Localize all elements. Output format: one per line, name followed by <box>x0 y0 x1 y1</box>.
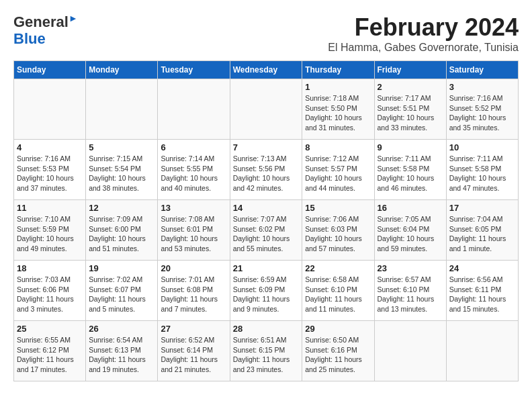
day-info: Sunrise: 7:07 AM Sunset: 6:02 PM Dayligh… <box>233 214 300 254</box>
day-info: Sunrise: 6:55 AM Sunset: 6:12 PM Dayligh… <box>17 335 83 375</box>
calendar-cell: 23Sunrise: 6:57 AM Sunset: 6:10 PM Dayli… <box>374 261 446 321</box>
col-header-friday: Friday <box>374 61 446 79</box>
location-title: El Hamma, Gabes Governorate, Tunisia <box>328 42 519 54</box>
day-number: 4 <box>17 142 83 152</box>
calendar-cell: 4Sunrise: 7:16 AM Sunset: 5:53 PM Daylig… <box>14 140 86 200</box>
calendar-cell <box>14 79 86 140</box>
day-number: 14 <box>233 203 300 213</box>
day-info: Sunrise: 7:18 AM Sunset: 5:50 PM Dayligh… <box>305 93 371 133</box>
title-area: February 2024 El Hamma, Gabes Governorat… <box>328 13 519 54</box>
calendar-cell: 14Sunrise: 7:07 AM Sunset: 6:02 PM Dayli… <box>230 200 302 261</box>
calendar-cell <box>230 79 302 140</box>
week-row-4: 18Sunrise: 7:03 AM Sunset: 6:06 PM Dayli… <box>14 261 519 321</box>
header: General► Blue February 2024 El Hamma, Ga… <box>13 13 519 54</box>
calendar-cell: 29Sunrise: 6:50 AM Sunset: 6:16 PM Dayli… <box>302 321 374 381</box>
day-info: Sunrise: 7:01 AM Sunset: 6:08 PM Dayligh… <box>161 275 226 314</box>
calendar-cell: 25Sunrise: 6:55 AM Sunset: 6:12 PM Dayli… <box>14 321 86 381</box>
calendar-cell: 15Sunrise: 7:06 AM Sunset: 6:03 PM Dayli… <box>302 200 374 261</box>
day-number: 6 <box>161 142 226 152</box>
day-info: Sunrise: 7:10 AM Sunset: 5:59 PM Dayligh… <box>17 214 83 254</box>
day-info: Sunrise: 7:08 AM Sunset: 6:01 PM Dayligh… <box>161 214 226 254</box>
day-info: Sunrise: 6:51 AM Sunset: 6:15 PM Dayligh… <box>233 335 300 375</box>
calendar-cell: 9Sunrise: 7:11 AM Sunset: 5:58 PM Daylig… <box>374 140 446 200</box>
day-number: 10 <box>449 142 515 152</box>
calendar-cell: 24Sunrise: 6:56 AM Sunset: 6:11 PM Dayli… <box>446 261 518 321</box>
calendar-cell: 27Sunrise: 6:52 AM Sunset: 6:14 PM Dayli… <box>158 321 230 381</box>
day-number: 18 <box>17 263 83 273</box>
day-info: Sunrise: 7:12 AM Sunset: 5:57 PM Dayligh… <box>305 154 371 193</box>
day-number: 20 <box>161 263 226 273</box>
day-number: 19 <box>89 263 154 273</box>
day-number: 15 <box>305 203 371 213</box>
calendar-cell: 8Sunrise: 7:12 AM Sunset: 5:57 PM Daylig… <box>302 140 374 200</box>
calendar-cell: 19Sunrise: 7:02 AM Sunset: 6:07 PM Dayli… <box>86 261 158 321</box>
calendar: SundayMondayTuesdayWednesdayThursdayFrid… <box>13 60 519 381</box>
day-info: Sunrise: 6:58 AM Sunset: 6:10 PM Dayligh… <box>305 275 371 314</box>
calendar-cell: 16Sunrise: 7:05 AM Sunset: 6:04 PM Dayli… <box>374 200 446 261</box>
day-number: 7 <box>233 142 300 152</box>
day-number: 23 <box>378 263 443 273</box>
day-number: 2 <box>378 82 443 92</box>
day-info: Sunrise: 6:50 AM Sunset: 6:16 PM Dayligh… <box>305 335 371 375</box>
calendar-cell: 18Sunrise: 7:03 AM Sunset: 6:06 PM Dayli… <box>14 261 86 321</box>
calendar-cell: 11Sunrise: 7:10 AM Sunset: 5:59 PM Dayli… <box>14 200 86 261</box>
col-header-thursday: Thursday <box>302 61 374 79</box>
calendar-cell: 12Sunrise: 7:09 AM Sunset: 6:00 PM Dayli… <box>86 200 158 261</box>
day-info: Sunrise: 6:56 AM Sunset: 6:11 PM Dayligh… <box>449 275 515 314</box>
week-row-5: 25Sunrise: 6:55 AM Sunset: 6:12 PM Dayli… <box>14 321 519 381</box>
day-info: Sunrise: 7:11 AM Sunset: 5:58 PM Dayligh… <box>378 154 443 193</box>
col-header-saturday: Saturday <box>446 61 518 79</box>
week-row-3: 11Sunrise: 7:10 AM Sunset: 5:59 PM Dayli… <box>14 200 519 261</box>
day-number: 26 <box>89 324 154 334</box>
calendar-cell: 20Sunrise: 7:01 AM Sunset: 6:08 PM Dayli… <box>158 261 230 321</box>
col-header-monday: Monday <box>86 61 158 79</box>
day-info: Sunrise: 7:06 AM Sunset: 6:03 PM Dayligh… <box>305 214 371 254</box>
calendar-cell: 2Sunrise: 7:17 AM Sunset: 5:51 PM Daylig… <box>374 79 446 140</box>
calendar-cell <box>158 79 230 140</box>
day-number: 28 <box>233 324 300 334</box>
col-header-tuesday: Tuesday <box>158 61 230 79</box>
day-number: 11 <box>17 203 83 213</box>
day-number: 22 <box>305 263 371 273</box>
calendar-cell <box>374 321 446 381</box>
day-info: Sunrise: 7:16 AM Sunset: 5:53 PM Dayligh… <box>17 154 83 193</box>
day-number: 24 <box>449 263 515 273</box>
day-info: Sunrise: 6:57 AM Sunset: 6:10 PM Dayligh… <box>378 275 443 314</box>
calendar-cell: 10Sunrise: 7:11 AM Sunset: 5:58 PM Dayli… <box>446 140 518 200</box>
logo-text: General► Blue <box>13 13 78 47</box>
day-info: Sunrise: 7:16 AM Sunset: 5:52 PM Dayligh… <box>449 93 515 133</box>
week-row-2: 4Sunrise: 7:16 AM Sunset: 5:53 PM Daylig… <box>14 140 519 200</box>
calendar-cell: 1Sunrise: 7:18 AM Sunset: 5:50 PM Daylig… <box>302 79 374 140</box>
day-number: 25 <box>17 324 83 334</box>
calendar-cell: 6Sunrise: 7:14 AM Sunset: 5:55 PM Daylig… <box>158 140 230 200</box>
col-header-sunday: Sunday <box>14 61 86 79</box>
day-number: 9 <box>378 142 443 152</box>
calendar-cell: 3Sunrise: 7:16 AM Sunset: 5:52 PM Daylig… <box>446 79 518 140</box>
day-info: Sunrise: 6:59 AM Sunset: 6:09 PM Dayligh… <box>233 275 300 314</box>
day-info: Sunrise: 7:09 AM Sunset: 6:00 PM Dayligh… <box>89 214 154 254</box>
day-info: Sunrise: 7:03 AM Sunset: 6:06 PM Dayligh… <box>17 275 83 314</box>
day-info: Sunrise: 6:52 AM Sunset: 6:14 PM Dayligh… <box>161 335 226 375</box>
day-number: 16 <box>378 203 443 213</box>
calendar-cell <box>86 79 158 140</box>
day-number: 13 <box>161 203 226 213</box>
calendar-cell: 7Sunrise: 7:13 AM Sunset: 5:56 PM Daylig… <box>230 140 302 200</box>
day-number: 8 <box>305 142 371 152</box>
day-info: Sunrise: 6:54 AM Sunset: 6:13 PM Dayligh… <box>89 335 154 375</box>
day-info: Sunrise: 7:02 AM Sunset: 6:07 PM Dayligh… <box>89 275 154 314</box>
calendar-cell: 22Sunrise: 6:58 AM Sunset: 6:10 PM Dayli… <box>302 261 374 321</box>
calendar-cell: 5Sunrise: 7:15 AM Sunset: 5:54 PM Daylig… <box>86 140 158 200</box>
calendar-cell: 26Sunrise: 6:54 AM Sunset: 6:13 PM Dayli… <box>86 321 158 381</box>
day-number: 29 <box>305 324 371 334</box>
day-number: 5 <box>89 142 154 152</box>
calendar-cell: 28Sunrise: 6:51 AM Sunset: 6:15 PM Dayli… <box>230 321 302 381</box>
day-number: 17 <box>449 203 515 213</box>
day-info: Sunrise: 7:15 AM Sunset: 5:54 PM Dayligh… <box>89 154 154 193</box>
day-info: Sunrise: 7:17 AM Sunset: 5:51 PM Dayligh… <box>378 93 443 133</box>
day-info: Sunrise: 7:05 AM Sunset: 6:04 PM Dayligh… <box>378 214 443 254</box>
day-number: 27 <box>161 324 226 334</box>
day-info: Sunrise: 7:13 AM Sunset: 5:56 PM Dayligh… <box>233 154 300 193</box>
day-info: Sunrise: 7:04 AM Sunset: 6:05 PM Dayligh… <box>449 214 515 254</box>
logo: General► Blue <box>13 13 78 47</box>
calendar-cell <box>446 321 518 381</box>
